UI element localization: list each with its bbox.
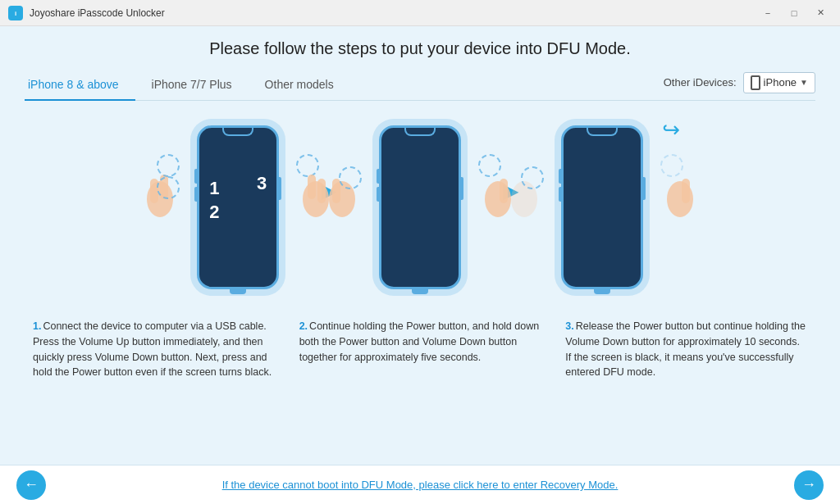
step3-phone-body: [561, 125, 643, 289]
step3-phone: ↩: [532, 109, 672, 306]
inst-num-1: 1.: [33, 320, 41, 332]
steps-area: 1 2 3: [25, 101, 815, 465]
minimize-button[interactable]: −: [756, 5, 779, 21]
instruction-1: 1.Connect the device to computer via a U…: [33, 319, 275, 380]
step2-vol-down: [377, 187, 381, 202]
inst-text-3: Release the Power button but continue ho…: [565, 320, 806, 378]
other-devices-section: Other iDevices: iPhone ▼: [664, 72, 815, 100]
step3-left-buttons: [559, 169, 563, 202]
step3-connector: [594, 289, 610, 294]
step2-power-btn: [459, 177, 463, 200]
inst-text-2: Continue holding the Power button, and h…: [299, 320, 540, 363]
step1-num3: 3: [257, 173, 267, 194]
app-icon: i: [8, 6, 23, 20]
step3-power-btn: [641, 177, 646, 200]
phone-icon-small: [751, 75, 760, 90]
close-button[interactable]: ✕: [809, 5, 832, 21]
step3-vol-up: [559, 169, 563, 184]
vol-down-btn: [194, 187, 199, 202]
step3-notch: [587, 128, 618, 136]
other-devices-label: Other iDevices:: [664, 76, 737, 89]
next-button[interactable]: →: [794, 470, 824, 500]
page-heading: Please follow the steps to put your devi…: [25, 39, 815, 58]
phones-row: 1 2 3: [25, 109, 815, 306]
device-name: iPhone: [764, 76, 797, 89]
recovery-mode-link[interactable]: If the device cannot boot into DFU Mode,…: [46, 479, 794, 491]
maximize-button[interactable]: □: [783, 5, 806, 21]
svg-rect-6: [317, 179, 326, 203]
step2-left-buttons: [377, 169, 381, 202]
step1-phone: 1 2 3: [168, 109, 308, 306]
step2-connector: [412, 289, 428, 294]
step1-power-btn: [277, 177, 281, 200]
tab-iphone8[interactable]: iPhone 8 & above: [25, 71, 135, 101]
main-content: Please follow the steps to put your devi…: [0, 26, 840, 465]
step3-vol-down: [559, 187, 563, 202]
step1-connector: [230, 289, 246, 294]
inst-num-2: 2.: [299, 320, 308, 332]
svg-rect-7: [308, 175, 316, 199]
app-title: Joyoshare iPasscode Unlocker: [30, 7, 756, 19]
window-controls: − □ ✕: [756, 5, 832, 21]
step1-notch: [222, 128, 253, 136]
inst-num-3: 3.: [565, 320, 573, 332]
step3-press-left: [521, 166, 544, 189]
step2-press-left: [339, 166, 362, 189]
title-bar: i Joyoshare iPasscode Unlocker − □ ✕: [0, 0, 840, 26]
svg-text:i: i: [15, 10, 16, 17]
step2-phone-body: [379, 125, 461, 289]
step1-phone-body: 1 2 3: [197, 125, 279, 289]
vol-up-btn: [194, 169, 199, 184]
curved-arrow-icon: ↩: [662, 117, 680, 143]
dropdown-arrow-icon: ▼: [800, 78, 808, 87]
instruction-2: 2.Continue holding the Power button, and…: [299, 319, 541, 380]
tab-other-models[interactable]: Other models: [249, 71, 350, 101]
inst-text-1: Connect the device to computer via a USB…: [33, 320, 272, 378]
step2-phone: [350, 109, 490, 306]
tab-iphone7[interactable]: iPhone 7/7 Plus: [135, 71, 249, 101]
back-button[interactable]: ←: [16, 470, 46, 500]
step1-left-buttons: [194, 169, 199, 202]
instruction-3: 3.Release the Power button but continue …: [565, 319, 807, 380]
step1-phone-wrapper: 1 2 3: [168, 109, 308, 306]
step3-hand-right: [664, 154, 696, 220]
instructions-row: 1.Connect the device to computer via a U…: [25, 319, 815, 380]
bottom-bar: ← If the device cannot boot into DFU Mod…: [0, 465, 840, 504]
step2-notch: [404, 128, 436, 136]
step2-vol-up: [377, 169, 381, 184]
tabs-container: iPhone 8 & above iPhone 7/7 Plus Other m…: [25, 71, 815, 101]
device-dropdown[interactable]: iPhone ▼: [743, 72, 815, 93]
step1-numbers: 1 2: [209, 177, 219, 224]
step2-phone-wrapper: [350, 109, 490, 306]
svg-rect-11: [500, 179, 508, 203]
svg-rect-14: [682, 179, 690, 203]
step3-phone-wrapper: ↩: [532, 109, 672, 306]
